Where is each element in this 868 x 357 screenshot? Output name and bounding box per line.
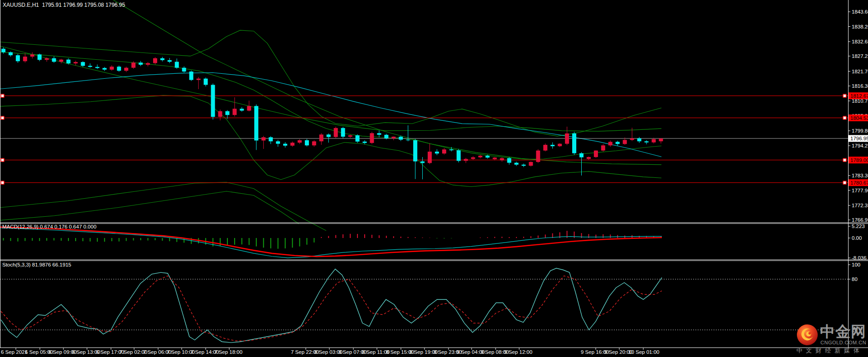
candle-body [594, 151, 598, 157]
candle-body [413, 140, 417, 162]
candle-body [363, 142, 367, 143]
candle-body [182, 68, 186, 71]
price-tag-red-label: 1812.67 [850, 93, 868, 99]
bollinger-band-line [0, 46, 661, 131]
candle-body [102, 68, 106, 70]
candle-body [16, 55, 20, 61]
candle-body [247, 106, 251, 110]
candle-body [420, 162, 424, 163]
candle-body [637, 138, 641, 142]
candle-body [529, 162, 533, 166]
candle-body [312, 141, 316, 145]
hline-marker [1, 158, 4, 162]
candle-body [160, 58, 164, 60]
candle-body [52, 58, 56, 62]
indicator-axis-label: 80 [852, 276, 858, 282]
candle-body [254, 106, 258, 140]
candle-body [225, 111, 229, 115]
bollinger-band-line [0, 52, 661, 159]
watermark-title: 中金网 [820, 322, 866, 342]
watermark-tagline: 中文财经新媒体 [796, 347, 863, 355]
candle-body [204, 79, 208, 85]
price-axis-label: 1827.25 [852, 53, 868, 59]
candle-body [536, 151, 540, 162]
candle-body [377, 133, 381, 135]
candle-body [579, 153, 583, 157]
candle-body [514, 163, 518, 165]
candle-body [131, 62, 135, 67]
time-axis-label: 10 Sep 01:00 [628, 349, 659, 355]
watermark-url: CNGOLD.COM.CN [820, 340, 866, 345]
candle-body [384, 135, 388, 138]
candle-body [146, 63, 150, 65]
time-axis-label: 8 Sep 11:00 [362, 349, 390, 355]
price-axis-label: 1772.35 [852, 203, 868, 208]
ma-cyan-line [0, 73, 661, 157]
price-axis-label: 1843.60 [852, 9, 868, 14]
price-axis-label: 1821.70 [852, 69, 868, 74]
candle-body [168, 60, 172, 62]
candle-body [124, 68, 128, 71]
mt4-chart-window: 1843.601838.201832.651827.251821.701816.… [0, 0, 868, 357]
hline-marker [1, 181, 4, 184]
candle-body [45, 58, 49, 60]
hline-marker [843, 181, 846, 184]
candle-body [153, 58, 157, 63]
price-tag-red-label: 1789.00 [850, 157, 868, 163]
candle-body [645, 141, 649, 142]
candle-body [616, 142, 620, 144]
candle-body [232, 109, 236, 115]
chart-canvas[interactable]: 1843.601838.201832.651827.251821.701816.… [0, 0, 868, 357]
candle-body [218, 111, 222, 117]
candle-body [493, 157, 497, 159]
candle-body [197, 79, 201, 80]
candle-body [572, 133, 576, 153]
price-axis-label: 1832.65 [852, 39, 868, 44]
price-axis-label: 1816.30 [852, 83, 868, 89]
indicator-axis-label: -8.036 [852, 255, 867, 261]
candle-body [298, 140, 302, 143]
price-axis-label: 1838.20 [852, 24, 868, 29]
candle-body [334, 128, 338, 137]
symbol-ohlc-header: XAUUSD.E,H1 1795.91 1796.99 1795.08 1796… [3, 2, 125, 8]
candle-body [486, 156, 490, 157]
candle-body [442, 149, 446, 153]
candle-body [175, 62, 179, 68]
hline-marker [843, 158, 846, 162]
bollinger-band-line [0, 95, 661, 187]
candle-body [406, 140, 410, 140]
price-axis-label: 1783.30 [852, 173, 868, 178]
candle-body [457, 150, 461, 161]
candle-body [428, 152, 432, 163]
candle-body [507, 158, 511, 163]
time-axis-label: 9 Sep 12:00 [504, 349, 532, 355]
hline-marker [843, 116, 846, 119]
candle-body [500, 158, 504, 161]
indicator-axis-label: 100 [852, 262, 860, 267]
candle-body [59, 60, 63, 62]
candle-body [464, 159, 468, 161]
price-tag-current-label: 1796.95 [850, 136, 868, 141]
candle-body [471, 157, 475, 159]
bollinger-band-line [0, 30, 661, 136]
candle-body [601, 145, 605, 150]
price-axis-label: 1794.25 [852, 143, 868, 148]
candle-body [327, 134, 331, 137]
stoch-indicator-label: Stoch(5,3,3) 81.9876 66.1915 [2, 262, 71, 267]
candle-body [341, 128, 345, 137]
candle-body [95, 67, 99, 68]
candle-body [630, 138, 634, 140]
candle-body [659, 138, 663, 141]
candle-body [74, 62, 78, 63]
indicator-axis-label: 5.223 [852, 224, 865, 229]
time-axis-label: 6 Sep 2021 [1, 349, 28, 355]
candle-body [391, 137, 395, 138]
candle-body [319, 134, 323, 141]
price-tag-red-label: 1804.53 [850, 115, 868, 121]
candle-body [550, 145, 555, 146]
candle-body [23, 57, 27, 61]
candle-body [81, 62, 85, 66]
hline-marker [1, 116, 4, 119]
candle-body [1, 49, 5, 52]
candle-body [290, 143, 294, 146]
